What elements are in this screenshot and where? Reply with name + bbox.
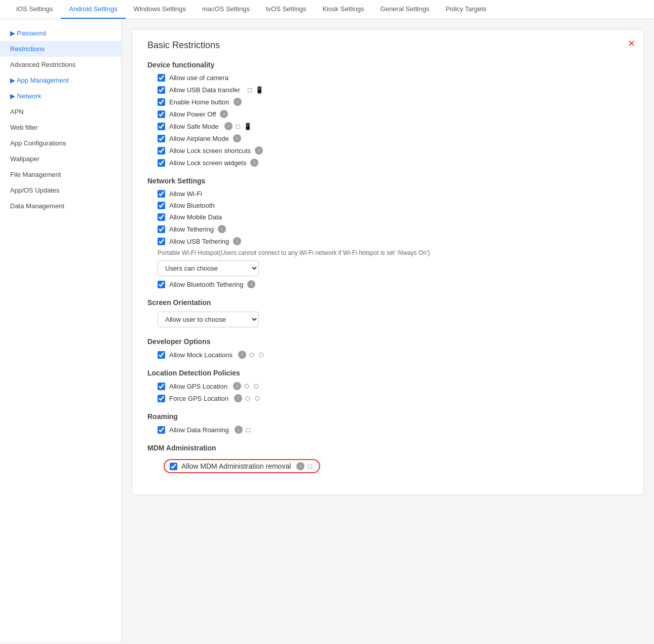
usb-data-icons: □ 📱 bbox=[246, 86, 263, 94]
checkbox-allow-camera-label: Allow use of camera bbox=[169, 74, 228, 82]
checkbox-wifi-label: Allow Wi-Fi bbox=[169, 190, 202, 198]
sidebar-item-restrictions[interactable]: Restrictions bbox=[0, 41, 121, 57]
safe-mode-icons: i □ 📱 bbox=[224, 122, 252, 130]
checkbox-data-roaming-input[interactable] bbox=[158, 426, 165, 434]
checkbox-mobile-data-input[interactable] bbox=[158, 213, 165, 221]
info-icon-airplane[interactable]: i bbox=[233, 134, 241, 142]
checkbox-force-gps: Force GPS Location i ⬡ ⬡ bbox=[158, 394, 628, 402]
info-icon-tethering[interactable]: i bbox=[218, 225, 226, 233]
tab-policy-targets[interactable]: Policy Targets bbox=[438, 0, 495, 19]
section-network-settings: Network Settings bbox=[147, 177, 628, 185]
checkbox-airplane-mode-input[interactable] bbox=[158, 135, 165, 142]
checkbox-wifi: Allow Wi-Fi bbox=[158, 190, 628, 198]
checkbox-tethering-input[interactable] bbox=[158, 225, 165, 233]
highlighted-mdm-removal-row: Allow MDM Administration removal i □ bbox=[164, 459, 320, 473]
checkbox-power-off-input[interactable] bbox=[158, 110, 165, 118]
device-icon-safe2: 📱 bbox=[244, 122, 252, 130]
tab-macos-settings[interactable]: macOS Settings bbox=[194, 0, 258, 19]
section-location-policies: Location Detection Policies bbox=[147, 369, 628, 377]
checkbox-force-gps-input[interactable] bbox=[158, 395, 165, 402]
checkbox-bt-tethering-input[interactable] bbox=[158, 281, 165, 288]
sidebar-item-file-management[interactable]: File Management bbox=[0, 167, 121, 182]
device-icon-safe1: □ bbox=[234, 122, 242, 130]
checkbox-mock-locations: Allow Mock Locations i ⬡ ⬡ bbox=[158, 351, 628, 359]
tab-android-settings[interactable]: Android Settings bbox=[61, 0, 125, 19]
checkbox-force-gps-label: Force GPS Location bbox=[169, 395, 228, 402]
checkbox-lock-widgets-input[interactable] bbox=[158, 159, 165, 167]
device-icon-mock2: ⬡ bbox=[257, 351, 265, 359]
card-title: Basic Restrictions bbox=[147, 40, 628, 51]
sidebar-item-wallpaper[interactable]: Wallpaper bbox=[0, 151, 121, 167]
checkbox-wifi-input[interactable] bbox=[158, 190, 165, 198]
checkbox-gps-location-label: Allow GPS Location bbox=[169, 383, 227, 390]
device-icon-roaming: □ bbox=[244, 426, 252, 434]
tab-windows-settings[interactable]: Windows Settings bbox=[126, 0, 194, 19]
checkbox-mock-locations-input[interactable] bbox=[158, 351, 165, 359]
info-icon-roaming[interactable]: i bbox=[235, 426, 243, 434]
checkbox-lock-shortcuts-input[interactable] bbox=[158, 147, 165, 155]
checkbox-bluetooth: Allow Bluetooth bbox=[158, 202, 628, 209]
checkbox-gps-location-input[interactable] bbox=[158, 383, 165, 390]
section-device-functionality: Device functionality bbox=[147, 61, 628, 69]
sidebar-item-password[interactable]: ▶ Password bbox=[0, 25, 121, 41]
info-icon-bt-tethering[interactable]: i bbox=[247, 280, 255, 288]
sidebar-item-data-management[interactable]: Data Management bbox=[0, 198, 121, 214]
info-icon-usb-tethering[interactable]: i bbox=[233, 237, 241, 245]
device-icon-gps1: ⬡ bbox=[243, 382, 251, 390]
checkbox-lock-widgets-label: Allow Lock screen widgets bbox=[169, 159, 246, 167]
device-icon-mock1: ⬡ bbox=[248, 351, 256, 359]
info-icon-force-gps[interactable]: i bbox=[234, 394, 242, 402]
checkbox-home-button-input[interactable] bbox=[158, 98, 165, 106]
checkbox-safe-mode-input[interactable] bbox=[158, 123, 165, 130]
content-area: Basic Restrictions ✕ Device functionalit… bbox=[122, 19, 654, 642]
tab-tvos-settings[interactable]: tvOS Settings bbox=[258, 0, 314, 19]
wifi-hotspot-select-wrap: Users can choose Always On Always Off bbox=[158, 260, 628, 276]
info-icon-mdm[interactable]: i bbox=[296, 462, 304, 470]
info-icon-home[interactable]: i bbox=[234, 98, 242, 106]
checkbox-usb-tethering: Allow USB Tethering i bbox=[158, 237, 628, 245]
checkbox-mobile-data-label: Allow Mobile Data bbox=[169, 213, 222, 221]
sidebar-item-app-configurations[interactable]: App Configurations bbox=[0, 135, 121, 151]
checkbox-lock-screen-shortcuts: Allow Lock screen shortcuts i bbox=[158, 146, 628, 155]
device-icon-fgps2: ⬡ bbox=[253, 394, 261, 402]
checkbox-safe-mode: Allow Safe Mode i □ 📱 bbox=[158, 122, 628, 130]
tab-kiosk-settings[interactable]: Kiosk Settings bbox=[314, 0, 372, 19]
info-icon-lock-widgets[interactable]: i bbox=[250, 159, 258, 167]
tab-general-settings[interactable]: General Settings bbox=[372, 0, 438, 19]
checkbox-allow-usb-data: Allow USB Data transfer □ 📱 bbox=[158, 86, 628, 94]
wifi-hotspot-select[interactable]: Users can choose Always On Always Off bbox=[158, 260, 259, 276]
checkbox-usb-tethering-label: Allow USB Tethering bbox=[169, 238, 229, 245]
sidebar-item-network[interactable]: ▶ Network bbox=[0, 88, 121, 104]
tab-ios-settings[interactable]: iOS Settings bbox=[8, 0, 61, 19]
main-layout: ▶ Password Restrictions Advanced Restric… bbox=[0, 19, 654, 642]
checkbox-bt-tethering-label: Allow Bluetooth Tethering bbox=[169, 281, 243, 288]
sidebar-item-web-filter[interactable]: Web filter bbox=[0, 120, 121, 135]
checkbox-airplane-mode: Allow Airplane Mode i bbox=[158, 134, 628, 142]
checkbox-allow-usb-data-input[interactable] bbox=[158, 86, 165, 94]
sidebar-item-apn[interactable]: APN bbox=[0, 104, 121, 120]
info-icon-mock[interactable]: i bbox=[238, 351, 246, 359]
device-icon-2: 📱 bbox=[255, 86, 263, 94]
screen-orientation-select[interactable]: Allow user to choose Portrait Landscape bbox=[158, 312, 259, 327]
info-icon-safe[interactable]: i bbox=[224, 122, 233, 130]
checkbox-mdm-removal-input[interactable] bbox=[170, 463, 177, 470]
sidebar-item-app-os-updates[interactable]: App/OS Updates bbox=[0, 182, 121, 198]
sidebar-item-advanced-restrictions[interactable]: Advanced Restrictions bbox=[0, 57, 121, 72]
checkbox-allow-camera: Allow use of camera bbox=[158, 74, 628, 82]
checkbox-usb-tethering-input[interactable] bbox=[158, 238, 165, 245]
section-developer-options: Developer Options bbox=[147, 337, 628, 346]
checkbox-power-off: Allow Power Off i bbox=[158, 110, 628, 118]
sidebar-item-app-management[interactable]: ▶ App Management bbox=[0, 72, 121, 88]
top-navigation: iOS Settings Android Settings Windows Se… bbox=[0, 0, 654, 19]
info-icon-lock-shortcuts[interactable]: i bbox=[255, 146, 263, 155]
checkbox-allow-camera-input[interactable] bbox=[158, 74, 165, 82]
wifi-hotspot-note: Portable Wi-Fi Hotspot(Users cannot conn… bbox=[158, 249, 628, 256]
device-icon-mdm: □ bbox=[306, 462, 314, 470]
checkbox-home-button: Enable Home button i bbox=[158, 98, 628, 106]
close-button[interactable]: ✕ bbox=[628, 38, 635, 49]
info-icon-gps[interactable]: i bbox=[233, 382, 241, 390]
mdm-removal-icons: i □ bbox=[296, 462, 314, 470]
checkbox-data-roaming: Allow Data Roaming i □ bbox=[158, 426, 628, 434]
checkbox-bluetooth-input[interactable] bbox=[158, 202, 165, 209]
info-icon-power[interactable]: i bbox=[220, 110, 228, 118]
